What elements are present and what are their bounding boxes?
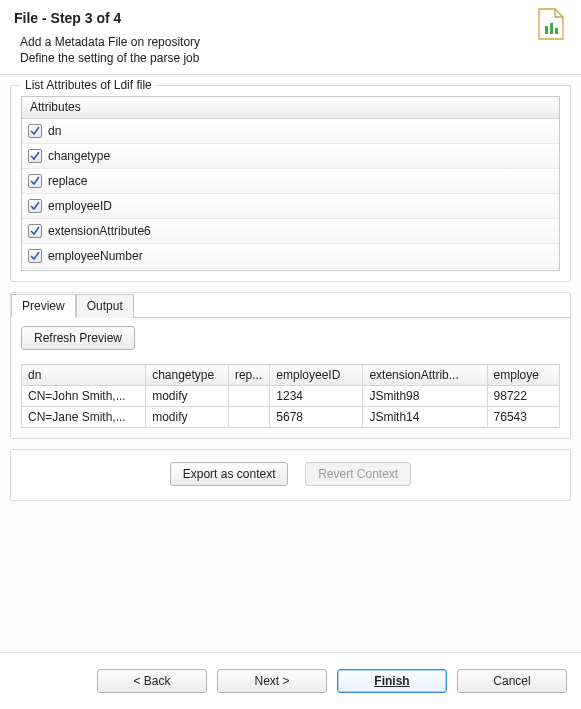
attribute-row[interactable]: replace: [22, 169, 559, 194]
revert-context-button: Revert Context: [305, 462, 411, 486]
context-group: Export as context Revert Context: [10, 449, 571, 501]
cell: CN=Jane Smith,...: [22, 407, 146, 428]
cell: 1234: [270, 386, 363, 407]
attribute-label: employeeID: [48, 199, 112, 213]
checkbox-icon[interactable]: [28, 249, 42, 263]
col-header[interactable]: dn: [22, 365, 146, 386]
finish-button-label: Finish: [374, 674, 409, 688]
cell: [228, 386, 269, 407]
attribute-row[interactable]: dn: [22, 119, 559, 144]
attribute-label: dn: [48, 124, 61, 138]
attributes-listbox: Attributes dn changetype replace: [21, 96, 560, 271]
cancel-button[interactable]: Cancel: [457, 669, 567, 693]
attributes-group-label: List Attributes of Ldif file: [21, 78, 156, 92]
wizard-dialog: File - Step 3 of 4 Add a Metadata File o…: [0, 0, 581, 709]
col-header[interactable]: employe: [487, 365, 559, 386]
table-row[interactable]: CN=Jane Smith,... modify 5678 JSmith14 7…: [22, 407, 560, 428]
checkbox-icon[interactable]: [28, 124, 42, 138]
finish-button[interactable]: Finish: [337, 669, 447, 693]
cell: modify: [146, 386, 229, 407]
attribute-label: employeeNumber: [48, 249, 143, 263]
preview-table: dn changetype rep... employeeID extensio…: [21, 364, 560, 428]
col-header[interactable]: rep...: [228, 365, 269, 386]
attributes-list[interactable]: dn changetype replace employeeID: [22, 119, 559, 270]
attribute-label: replace: [48, 174, 87, 188]
cell: JSmith98: [363, 386, 487, 407]
cell: [228, 407, 269, 428]
col-header[interactable]: changetype: [146, 365, 229, 386]
back-button[interactable]: < Back: [97, 669, 207, 693]
attribute-label: extensionAttribute6: [48, 224, 151, 238]
cell: CN=John Smith,...: [22, 386, 146, 407]
checkbox-icon[interactable]: [28, 149, 42, 163]
preview-tabs: Preview Output: [11, 293, 570, 318]
cell: modify: [146, 407, 229, 428]
cell: 5678: [270, 407, 363, 428]
attribute-row[interactable]: extensionAttribute6: [22, 219, 559, 244]
wizard-body: List Attributes of Ldif file Attributes …: [0, 74, 581, 653]
wizard-subtitle-line2: Define the setting of the parse job: [20, 50, 567, 66]
wizard-title: File - Step 3 of 4: [14, 10, 567, 26]
tab-output[interactable]: Output: [76, 294, 134, 318]
attribute-label: changetype: [48, 149, 110, 163]
checkbox-icon[interactable]: [28, 174, 42, 188]
attribute-row[interactable]: employeeID: [22, 194, 559, 219]
checkbox-icon[interactable]: [28, 224, 42, 238]
table-header-row: dn changetype rep... employeeID extensio…: [22, 365, 560, 386]
export-context-button[interactable]: Export as context: [170, 462, 289, 486]
wizard-header: File - Step 3 of 4 Add a Metadata File o…: [0, 0, 581, 74]
wizard-footer: < Back Next > Finish Cancel: [0, 653, 581, 709]
col-header[interactable]: employeeID: [270, 365, 363, 386]
table-row[interactable]: CN=John Smith,... modify 1234 JSmith98 9…: [22, 386, 560, 407]
attributes-column-header: Attributes: [22, 97, 559, 119]
svg-rect-0: [545, 26, 548, 34]
preview-group: Preview Output Refresh Preview dn: [10, 292, 571, 439]
attribute-row[interactable]: employeeNumber: [22, 244, 559, 269]
col-header[interactable]: extensionAttrib...: [363, 365, 487, 386]
attribute-row[interactable]: changetype: [22, 144, 559, 169]
next-button[interactable]: Next >: [217, 669, 327, 693]
svg-rect-1: [550, 23, 553, 34]
checkbox-icon[interactable]: [28, 199, 42, 213]
file-icon: [537, 8, 565, 43]
wizard-subtitle: Add a Metadata File on repository Define…: [14, 34, 567, 66]
cell: 76543: [487, 407, 559, 428]
svg-rect-2: [555, 28, 558, 34]
wizard-subtitle-line1: Add a Metadata File on repository: [20, 34, 567, 50]
attributes-group: List Attributes of Ldif file Attributes …: [10, 85, 571, 282]
cell: JSmith14: [363, 407, 487, 428]
tab-preview[interactable]: Preview: [11, 294, 76, 318]
refresh-preview-button[interactable]: Refresh Preview: [21, 326, 135, 350]
cell: 98722: [487, 386, 559, 407]
